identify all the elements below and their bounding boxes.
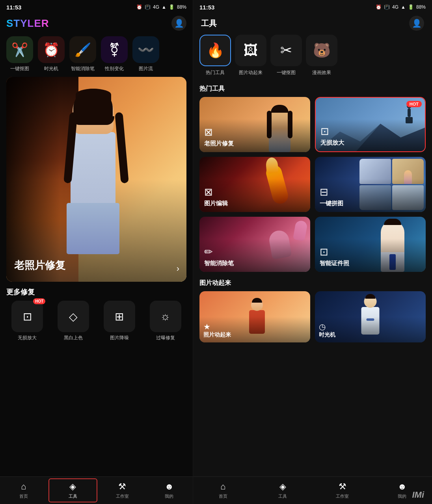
right-workshop-icon: ⚒ [339, 482, 346, 492]
workshop-icon: ⚒ [118, 482, 126, 492]
tool-card-title-wusun: 无损放大 [320, 139, 420, 147]
anim-card-zhaopin[interactable]: ★ 照片动起来 [199, 291, 310, 342]
left-nav-tools[interactable]: ◈ 工具 [48, 478, 97, 502]
right-nav-mine-label: 我的 [398, 493, 406, 499]
right-nav-home[interactable]: ⌂ 首页 [193, 477, 253, 504]
tool-label-shiguang: 时光机 [44, 65, 58, 72]
tool-card-zhengjian[interactable]: ⊡ 智能证件照 [315, 217, 426, 272]
anim-overlay-zhaopin: ★ 照片动起来 [199, 291, 310, 342]
tool-icon-tupian-liu: 〰️ [132, 36, 159, 63]
tool-icon-xiaoshu: 🖌️ [69, 36, 96, 63]
repair-jiangsao[interactable]: ⊞ 图片降噪 [99, 301, 141, 341]
app-logo: STYLER [6, 17, 49, 30]
status-bar-left: 11:53 ⏰ 📳 4G ▲ 🔋 88% [0, 0, 193, 14]
tool-card-content-bianji: ⊠ 图片编辑 [199, 157, 310, 212]
left-nav-workshop-label: 工作室 [116, 493, 129, 499]
tool-label-xiaoshu: 智能消除笔 [71, 65, 95, 72]
main-image-banner[interactable]: 老照片修复 › [6, 77, 186, 282]
right-content: 热门工具 ⊠ 老照片修复 [193, 82, 432, 504]
vibrate-icon-right: 📳 [384, 4, 390, 10]
main-image-next-arrow[interactable]: › [177, 264, 179, 274]
right-panel: 11:53 ⏰ 📳 4G ▲ 🔋 88% 工具 👤 🔥 热门工具 🖼 图片动起来 [193, 0, 432, 504]
cat-tab-koutu[interactable]: ✂ 一键抠图 [270, 35, 302, 76]
left-panel: 11:53 ⏰ 📳 4G ▲ 🔋 88% STYLER 👤 ✂️ 一键抠图 ⏰ … [0, 0, 193, 504]
home-icon: ⌂ [21, 482, 26, 492]
more-repair-title: 更多修复 [0, 282, 193, 301]
tool-card-pinjie[interactable]: ⊟ 一键拼图 [315, 157, 426, 212]
battery-percent: 88% [177, 4, 186, 10]
alarm-icon-right: ⏰ [376, 4, 382, 10]
left-nav-home-label: 首页 [19, 493, 28, 499]
right-nav-workshop[interactable]: ⚒ 工作室 [313, 477, 372, 504]
battery-percent-right: 88% [416, 4, 426, 10]
imi-text: IMi [412, 490, 424, 500]
cat-label-koutu: 一键抠图 [277, 69, 296, 76]
status-time-right: 11:53 [199, 4, 214, 11]
right-home-icon: ⌂ [220, 482, 225, 492]
tool-shiguang[interactable]: ⏰ 时光机 [38, 36, 65, 72]
network-icon-right: 4G [392, 4, 398, 10]
tool-card-title-laozhao: 老照片修复 [204, 140, 305, 147]
fire-icon: 🔥 [207, 42, 224, 59]
right-nav-tools[interactable]: ◈ 工具 [253, 477, 313, 504]
repair-label-heibai: 黑白上色 [64, 335, 83, 341]
tool-card-laozhao[interactable]: ⊠ 老照片修复 [199, 97, 310, 152]
cat-tab-pic-animate[interactable]: 🖼 图片动起来 [235, 35, 266, 76]
right-mine-icon: ☻ [398, 482, 407, 492]
right-nav-tools-label: 工具 [278, 493, 287, 499]
left-nav-workshop[interactable]: ⚒ 工作室 [99, 477, 146, 504]
tool-card-bianji[interactable]: ⊠ 图片编辑 [199, 157, 310, 212]
tool-card-icon-xiaoshu2: ✏ [204, 246, 305, 258]
tool-card-title-zhengjian: 智能证件照 [320, 260, 421, 267]
repair-heibai[interactable]: ◇ 黑白上色 [52, 301, 95, 341]
tool-yijian-koutu[interactable]: ✂️ 一键抠图 [6, 36, 33, 72]
tool-label-xingbie: 性别变化 [105, 65, 124, 72]
tool-card-icon-zhengjian: ⊡ [320, 246, 421, 258]
cat-label-manga: 漫画效果 [312, 69, 331, 76]
cat-label-hottools: 热门工具 [206, 69, 225, 76]
right-nav-workshop-label: 工作室 [336, 493, 349, 499]
right-nav-home-label: 首页 [219, 493, 227, 499]
mine-icon: ☻ [165, 482, 174, 492]
scissors-icon: ✂ [280, 42, 292, 59]
tool-card-icon-bianji: ⊠ [204, 186, 305, 198]
cat-icon-pic-animate: 🖼 [235, 35, 266, 66]
tools-row: ✂️ 一键抠图 ⏰ 时光机 🖌️ 智能消除笔 ⚧ 性别变化 〰️ 图片流 [0, 34, 193, 77]
animate-section-title: 图片动起来 [193, 277, 432, 291]
tool-xiaoshu[interactable]: 🖌️ 智能消除笔 [69, 36, 96, 72]
tool-tupian-liu[interactable]: 〰️ 图片流 [132, 36, 159, 72]
tool-label-koutu: 一键抠图 [10, 65, 29, 72]
right-chat-button[interactable]: 👤 [409, 16, 424, 31]
tool-icon-shiguang: ⏰ [38, 36, 65, 63]
repair-guobao[interactable]: ☼ 过曝修复 [144, 301, 186, 341]
tool-card-content-laozhao: ⊠ 老照片修复 [199, 97, 310, 152]
main-image-title: 老照片修复 [14, 259, 179, 272]
left-nav-tools-label: 工具 [69, 493, 77, 499]
tool-card-content-zhengjian: ⊡ 智能证件照 [315, 217, 426, 272]
left-scrollable: ✂️ 一键抠图 ⏰ 时光机 🖌️ 智能消除笔 ⚧ 性别变化 〰️ 图片流 [0, 34, 193, 504]
tool-xingbie[interactable]: ⚧ 性别变化 [101, 36, 128, 72]
left-nav-home[interactable]: ⌂ 首页 [0, 477, 47, 504]
tool-card-wusun[interactable]: ⊡ 无损放大 HOT [315, 97, 426, 152]
category-tabs: 🔥 热门工具 🖼 图片动起来 ✂ 一键抠图 🐻 漫画效果 [193, 35, 432, 82]
tool-card-content-pinjie: ⊟ 一键拼图 [315, 157, 426, 212]
anim-icon-shiguang: ◷ [319, 322, 422, 331]
tool-label-tupian-liu: 图片流 [139, 65, 153, 72]
tool-card-title-bianji: 图片编辑 [204, 200, 305, 207]
left-nav-mine[interactable]: ☻ 我的 [146, 477, 193, 504]
repair-icon-heibai: ◇ [58, 301, 89, 332]
signal-icon: ▲ [162, 4, 166, 10]
tool-card-xiaoshu2[interactable]: ✏ 智能消除笔 [199, 217, 310, 272]
cat-icon-manga: 🐻 [306, 35, 337, 66]
anim-card-shiguang[interactable]: ◷ 时光机 [315, 291, 426, 342]
animate-grid: ★ 照片动起来 ◷ [193, 291, 432, 347]
status-bar-right: 11:53 ⏰ 📳 4G ▲ 🔋 88% [193, 0, 432, 14]
tool-icon-xingbie: ⚧ [101, 36, 128, 63]
hot-tools-grid: ⊠ 老照片修复 [193, 97, 432, 277]
repair-wusun-fangda[interactable]: ⊡ HOT 无损放大 [6, 301, 48, 341]
chat-button[interactable]: 👤 [171, 16, 186, 31]
cat-tab-hottools[interactable]: 🔥 热门工具 [199, 35, 231, 76]
cat-tab-manga[interactable]: 🐻 漫画效果 [306, 35, 337, 76]
repair-label-jiangsao: 图片降噪 [110, 335, 129, 341]
anim-title-shiguang: 时光机 [319, 331, 422, 338]
